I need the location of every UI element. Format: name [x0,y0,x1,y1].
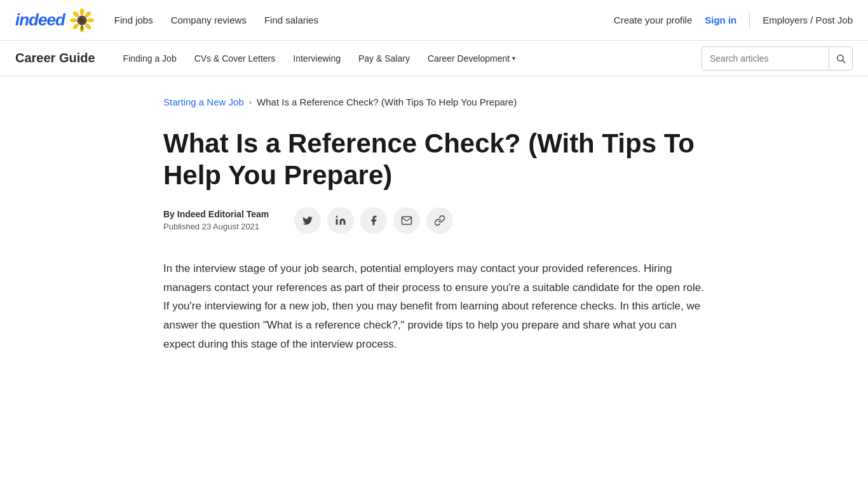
svg-point-0 [79,8,84,15]
top-nav-links: Find jobs Company reviews Find salaries [114,15,614,25]
email-share-button[interactable] [393,207,420,234]
indeed-logo[interactable]: indeed [15,10,65,30]
linkedin-icon [335,215,346,226]
author-info: By Indeed Editorial Team Published 23 Au… [163,209,269,231]
search-icon [836,53,846,64]
svg-point-6 [70,18,77,22]
interviewing-link[interactable]: Interviewing [285,41,348,76]
copy-link-button[interactable] [426,207,453,234]
author-name-text: By Indeed Editorial Team [163,209,269,219]
twitter-share-button[interactable] [294,207,321,234]
career-development-label: Career Development [428,53,510,64]
logo-area: indeed [15,8,94,32]
svg-point-15 [78,19,79,20]
svg-point-14 [79,22,80,23]
linkedin-share-button[interactable] [327,207,354,234]
article-intro-paragraph: In the interview stage of your job searc… [163,259,705,354]
nav-divider [749,13,750,28]
svg-point-16 [79,17,80,18]
svg-line-19 [843,60,845,63]
author-name: By Indeed Editorial Team [163,209,269,219]
share-buttons [294,207,453,234]
career-dev-caret-icon: ▾ [512,55,515,62]
sign-in-link[interactable]: Sign in [705,15,736,25]
breadcrumb-separator: › [249,97,252,107]
svg-point-2 [86,18,93,22]
breadcrumb-parent-link[interactable]: Starting a New Job [163,97,244,107]
career-guide-title: Career Guide [15,51,95,65]
top-navigation: indeed Find jobs [0,0,868,41]
employers-link[interactable]: Employers / Post Job [763,15,853,25]
top-nav-right: Create your profile Sign in Employers / … [614,13,853,28]
facebook-share-button[interactable] [360,207,387,234]
career-nav-links: Finding a Job CVs & Cover Letters Interv… [116,41,702,76]
sunflower-icon [70,8,94,32]
create-profile-link[interactable]: Create your profile [614,15,692,25]
finding-a-job-link[interactable]: Finding a Job [116,41,184,76]
career-development-link[interactable]: Career Development ▾ [420,41,523,76]
find-jobs-link[interactable]: Find jobs [114,15,153,25]
search-input[interactable] [702,53,829,64]
svg-point-10 [84,17,85,18]
search-button[interactable] [829,47,852,70]
email-icon [401,215,412,226]
pay-salary-link[interactable]: Pay & Salary [351,41,417,76]
article-meta: By Indeed Editorial Team Published 23 Au… [163,207,705,234]
svg-point-11 [85,19,86,20]
link-icon [434,215,445,226]
svg-point-9 [81,16,83,17]
breadcrumb-current: What Is a Reference Check? (With Tips To… [257,97,517,107]
svg-point-20 [336,215,338,217]
breadcrumb: Starting a New Job › What Is a Reference… [163,97,705,107]
article-body: In the interview stage of your job searc… [163,259,705,354]
twitter-icon [302,215,313,226]
svg-point-12 [84,22,85,23]
published-date: Published 23 August 2021 [163,222,269,231]
article-title: What Is a Reference Check? (With Tips To… [163,128,705,192]
svg-rect-17 [81,25,83,30]
facebook-icon [368,215,379,226]
company-reviews-link[interactable]: Company reviews [171,15,247,25]
cvs-cover-letters-link[interactable]: CVs & Cover Letters [187,41,283,76]
career-guide-navigation: Career Guide Finding a Job CVs & Cover L… [0,41,868,76]
search-area [702,46,853,71]
main-content: Starting a New Job › What Is a Reference… [148,76,720,392]
find-salaries-link[interactable]: Find salaries [264,15,318,25]
svg-point-13 [81,23,83,24]
